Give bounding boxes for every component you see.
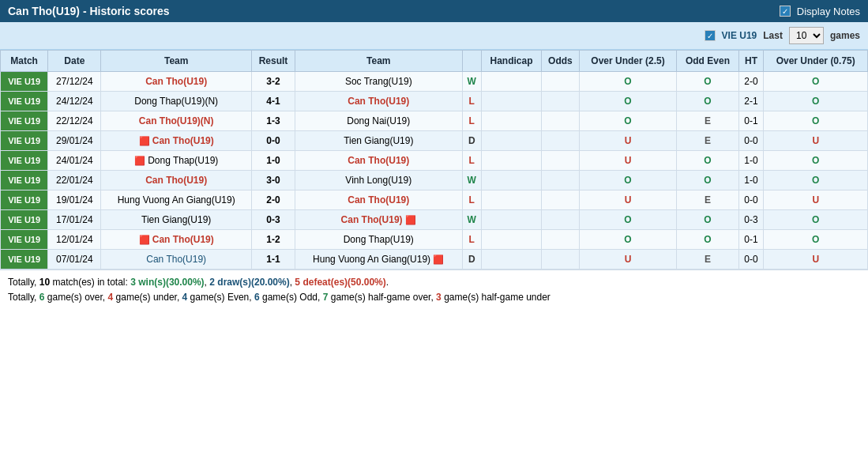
odd-even-cell: E — [677, 131, 738, 151]
col-ht: HT — [738, 51, 764, 72]
over-under-25-cell: U — [579, 250, 676, 270]
display-notes-checkbox[interactable]: ✓ — [780, 6, 791, 17]
odds-cell — [541, 92, 579, 111]
date-cell: 17/01/24 — [48, 210, 101, 230]
outcome-cell: L — [462, 111, 482, 131]
team2-cell: Dong Nai(U19) — [295, 111, 462, 131]
col-over-under-25: Over Under (2.5) — [579, 51, 676, 72]
result-cell: 0-0 — [251, 131, 295, 151]
outcome-cell: L — [462, 230, 482, 250]
odd-even-cell: E — [677, 111, 738, 131]
odd-even-cell: O — [677, 92, 738, 111]
date-cell: 27/12/24 — [48, 72, 101, 92]
table-row: VIE U1917/01/24Tien Giang(U19)0-3Can Tho… — [1, 210, 868, 230]
team1-cell: Can Tho(U19) — [101, 171, 252, 190]
match-cell: VIE U19 — [1, 111, 48, 131]
ht-cell: 0-0 — [738, 131, 764, 151]
team2-cell: Can Tho(U19) — [295, 92, 462, 111]
footer: Totally, 10 match(es) in total: 3 win(s)… — [0, 270, 868, 310]
odds-cell — [541, 111, 579, 131]
odds-cell — [541, 151, 579, 171]
handicap-cell — [482, 72, 542, 92]
col-over-under-075: Over Under (0.75) — [764, 51, 868, 72]
date-cell: 29/01/24 — [48, 131, 101, 151]
team1-cell: Can Tho(U19) — [101, 250, 252, 270]
odd-even-cell: O — [677, 151, 738, 171]
result-cell: 1-1 — [251, 250, 295, 270]
odds-cell — [541, 250, 579, 270]
odd-even-cell: O — [677, 171, 738, 190]
over-under-075-cell: O — [764, 92, 868, 111]
odd-even-cell: E — [677, 190, 738, 210]
match-cell: VIE U19 — [1, 151, 48, 171]
ht-cell: 1-0 — [738, 151, 764, 171]
col-odds: Odds — [541, 51, 579, 72]
games-select[interactable]: 10 5 15 20 All — [789, 27, 824, 44]
team1-cell: 🟥 Can Tho(U19) — [101, 131, 252, 151]
match-cell: VIE U19 — [1, 210, 48, 230]
handicap-cell — [482, 111, 542, 131]
outcome-cell: L — [462, 92, 482, 111]
filter-bar: ✓ VIE U19 Last 10 5 15 20 All games — [0, 22, 868, 50]
col-result: Result — [251, 51, 295, 72]
over-under-075-cell: O — [764, 72, 868, 92]
col-date: Date — [48, 51, 101, 72]
ht-cell: 2-0 — [738, 72, 764, 92]
result-cell: 4-1 — [251, 92, 295, 111]
date-cell: 24/12/24 — [48, 92, 101, 111]
match-cell: VIE U19 — [1, 92, 48, 111]
over-under-25-cell: O — [579, 210, 676, 230]
ht-cell: 0-1 — [738, 111, 764, 131]
over-under-075-cell: O — [764, 210, 868, 230]
league-label: VIE U19 — [722, 30, 757, 41]
over-under-075-cell: U — [764, 131, 868, 151]
ht-cell: 0-3 — [738, 210, 764, 230]
table-row: VIE U1919/01/24Hung Vuong An Giang(U19)2… — [1, 190, 868, 210]
odds-cell — [541, 210, 579, 230]
result-cell: 2-0 — [251, 190, 295, 210]
team2-cell: Can Tho(U19) — [295, 190, 462, 210]
over-under-25-cell: U — [579, 131, 676, 151]
match-cell: VIE U19 — [1, 171, 48, 190]
filter-checkbox[interactable]: ✓ — [705, 30, 716, 41]
outcome-cell: D — [462, 131, 482, 151]
odd-even-cell: E — [677, 250, 738, 270]
match-cell: VIE U19 — [1, 72, 48, 92]
over-under-075-cell: O — [764, 151, 868, 171]
over-under-25-cell: O — [579, 72, 676, 92]
over-under-25-cell: O — [579, 111, 676, 131]
header-title: Can Tho(U19) - Historic scores — [8, 5, 170, 17]
ht-cell: 2-1 — [738, 92, 764, 111]
header: Can Tho(U19) - Historic scores ✓ Display… — [0, 0, 868, 22]
table-row: VIE U1912/01/24🟥 Can Tho(U19)1-2Dong Tha… — [1, 230, 868, 250]
header-right: ✓ Display Notes — [780, 6, 860, 17]
team2-cell: Can Tho(U19) 🟥 — [295, 210, 462, 230]
footer-line2: Totally, 6 game(s) over, 4 game(s) under… — [8, 290, 860, 305]
odd-even-cell: O — [677, 210, 738, 230]
date-cell: 22/01/24 — [48, 171, 101, 190]
last-label: Last — [763, 30, 783, 41]
result-cell: 3-2 — [251, 72, 295, 92]
result-cell: 1-2 — [251, 230, 295, 250]
col-match: Match — [1, 51, 48, 72]
handicap-cell — [482, 210, 542, 230]
handicap-cell — [482, 92, 542, 111]
red-card-icon: 🟥 — [433, 255, 444, 264]
result-cell: 1-3 — [251, 111, 295, 131]
table-row: VIE U1922/12/24Can Tho(U19)(N)1-3Dong Na… — [1, 111, 868, 131]
over-under-075-cell: U — [764, 190, 868, 210]
handicap-cell — [482, 190, 542, 210]
outcome-cell: W — [462, 72, 482, 92]
table-row: VIE U1924/12/24Dong Thap(U19)(N)4-1Can T… — [1, 92, 868, 111]
outcome-cell: W — [462, 171, 482, 190]
odds-cell — [541, 131, 579, 151]
date-cell: 22/12/24 — [48, 111, 101, 131]
result-cell: 3-0 — [251, 171, 295, 190]
red-card-icon: 🟥 — [405, 215, 416, 224]
result-cell: 1-0 — [251, 151, 295, 171]
over-under-25-cell: O — [579, 92, 676, 111]
match-cell: VIE U19 — [1, 230, 48, 250]
outcome-cell: L — [462, 190, 482, 210]
over-under-075-cell: O — [764, 230, 868, 250]
odds-cell — [541, 72, 579, 92]
